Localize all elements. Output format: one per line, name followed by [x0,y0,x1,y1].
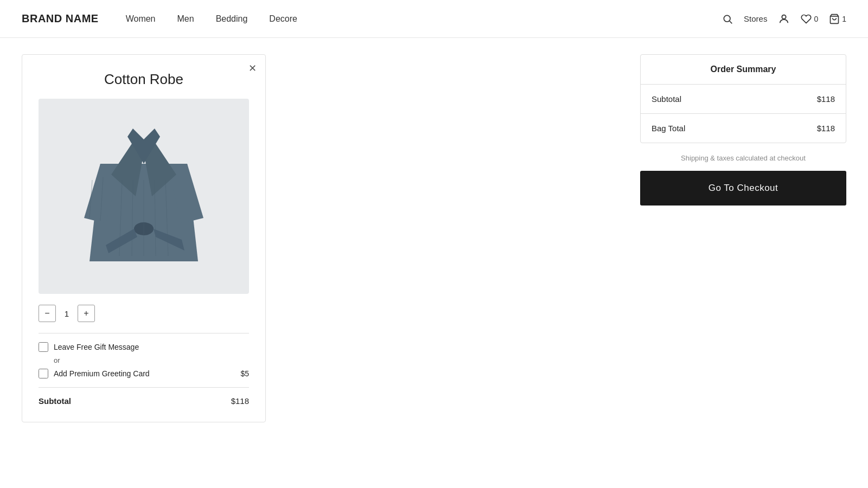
greeting-card-checkbox[interactable] [39,369,48,378]
summary-subtotal-label: Subtotal [652,94,681,104]
greeting-card-label[interactable]: Add Premium Greeting Card [54,369,150,378]
gift-message-checkbox[interactable] [39,342,48,352]
divider-1 [39,333,249,333]
header-left: BRAND NAME Women Men Bedding Decore [22,12,297,25]
account-icon[interactable] [778,13,790,25]
svg-line-1 [730,21,732,23]
checkout-button[interactable]: Go To Checkout [640,171,846,206]
main-content: ✕ Cotton Robe [0,38,868,439]
search-icon[interactable] [722,14,733,24]
shipping-note: Shipping & taxes calculated at checkout [640,154,846,162]
nav-men[interactable]: Men [177,14,194,23]
summary-subtotal-row: Subtotal $118 [641,85,846,114]
close-button[interactable]: ✕ [248,63,257,73]
nav-women[interactable]: Women [126,14,156,23]
or-text: or [54,356,249,364]
summary-bag-total-row: Bag Total $118 [641,114,846,143]
product-subtotal-label: Subtotal [39,396,71,406]
summary-bag-total-value: $118 [817,124,835,133]
summary-subtotal-value: $118 [817,94,835,104]
gift-message-label[interactable]: Leave Free Gift Message [54,343,139,351]
wishlist-icon[interactable]: 0 [801,14,818,24]
svg-point-2 [782,15,786,18]
brand-name: BRAND NAME [22,12,99,25]
spacer [298,54,608,422]
cart-icon[interactable]: 1 [829,14,846,24]
product-title: Cotton Robe [39,71,249,88]
product-subtotal-row: Subtotal $118 [39,396,249,406]
greeting-card-price: $5 [240,369,249,378]
cart-count: 1 [842,15,846,23]
stores-link[interactable]: Stores [744,14,767,23]
quantity-increase-button[interactable]: + [78,305,95,322]
nav-bedding[interactable]: Bedding [216,14,248,23]
nav-decore[interactable]: Decore [269,14,297,23]
quantity-controls: − 1 + [39,305,249,322]
robe-illustration [73,110,214,283]
wishlist-count: 0 [814,15,818,23]
main-nav: Women Men Bedding Decore [126,14,297,24]
header: BRAND NAME Women Men Bedding Decore Stor… [0,0,868,38]
svg-point-0 [724,15,730,22]
product-subtotal-value: $118 [231,396,249,406]
order-summary-card: Order Summary Subtotal $118 Bag Total $1… [640,54,846,143]
order-summary-title: Order Summary [641,55,846,85]
header-right: Stores 0 1 [722,13,846,25]
divider-2 [39,387,249,388]
gift-message-row: Leave Free Gift Message [39,342,249,352]
product-card: ✕ Cotton Robe [22,54,266,422]
summary-bag-total-label: Bag Total [652,124,685,133]
quantity-decrease-button[interactable]: − [39,305,56,322]
order-summary-section: Order Summary Subtotal $118 Bag Total $1… [640,54,846,422]
product-image [39,99,249,294]
quantity-value: 1 [56,309,78,318]
greeting-card-row: Add Premium Greeting Card $5 [39,369,249,378]
